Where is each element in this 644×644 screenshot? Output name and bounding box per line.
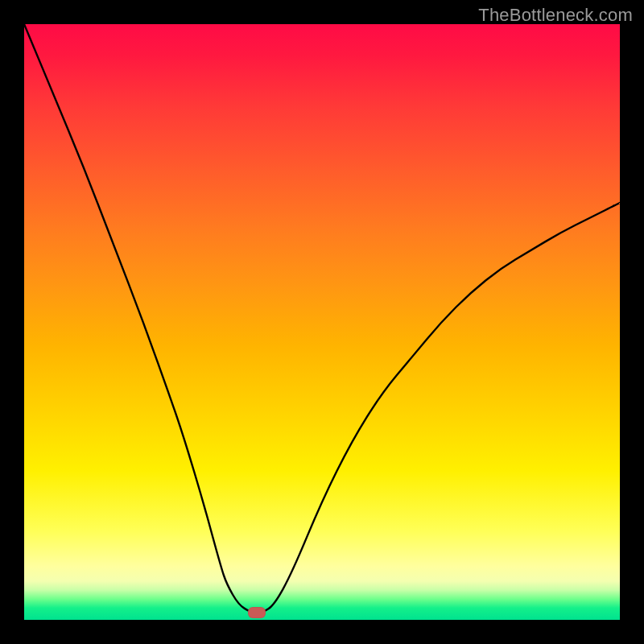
- chart-frame: TheBottleneck.com: [0, 0, 644, 644]
- bottleneck-curve: [24, 24, 620, 620]
- watermark-text: TheBottleneck.com: [478, 5, 633, 26]
- valley-marker: [248, 607, 266, 618]
- plot-area: [24, 24, 620, 620]
